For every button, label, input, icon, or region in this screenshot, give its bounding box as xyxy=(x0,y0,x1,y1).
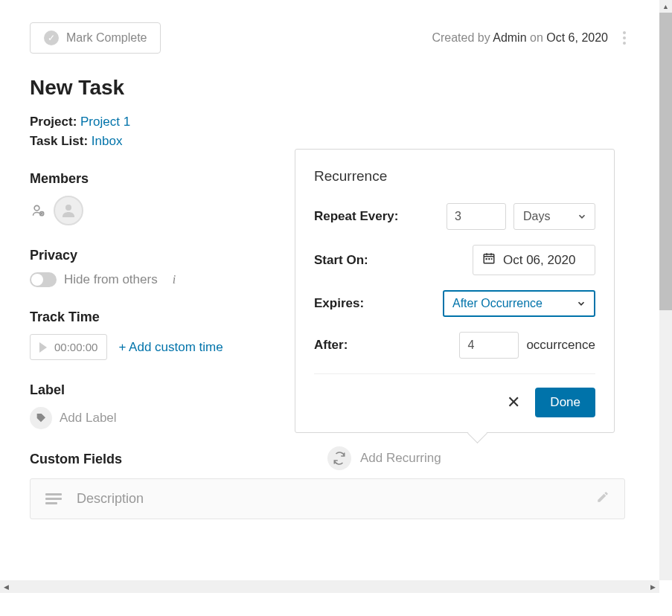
description-field[interactable]: Description xyxy=(30,478,625,519)
scrollbar-thumb[interactable] xyxy=(659,13,672,310)
done-button[interactable]: Done xyxy=(535,388,595,417)
members-heading: Members xyxy=(30,171,305,187)
mark-complete-label: Mark Complete xyxy=(66,31,147,45)
expires-label: Expires: xyxy=(314,296,364,311)
after-input[interactable] xyxy=(459,332,519,359)
close-icon[interactable]: ✕ xyxy=(507,393,520,412)
svg-point-0 xyxy=(34,205,39,211)
tasklist-link[interactable]: Inbox xyxy=(92,134,123,148)
time-tracker[interactable]: 00:00:00 xyxy=(30,334,107,360)
repeat-unit-select[interactable]: Days xyxy=(513,203,595,230)
horizontal-scrollbar[interactable]: ◀ ▶ xyxy=(0,580,659,593)
privacy-toggle[interactable] xyxy=(30,272,57,287)
expires-select[interactable]: After Occurrence xyxy=(443,290,595,317)
add-member-icon[interactable] xyxy=(30,202,48,219)
created-by-user[interactable]: Admin xyxy=(493,31,526,44)
time-value: 00:00:00 xyxy=(54,341,97,353)
member-avatar[interactable] xyxy=(54,196,83,225)
svg-rect-6 xyxy=(491,258,493,260)
pencil-icon[interactable] xyxy=(596,490,609,507)
play-icon xyxy=(39,342,47,353)
custom-fields-heading: Custom Fields xyxy=(30,452,305,467)
start-on-label: Start On: xyxy=(314,253,368,268)
label-heading: Label xyxy=(30,382,305,398)
svg-point-2 xyxy=(65,205,71,211)
privacy-label: Hide from others xyxy=(64,272,158,287)
header-meta: Created by Admin on Oct 6, 2020 xyxy=(432,28,630,48)
recurrence-title: Recurrence xyxy=(314,168,595,185)
task-title: New Task xyxy=(30,76,630,100)
calendar-icon xyxy=(482,251,496,269)
svg-rect-5 xyxy=(488,258,490,260)
expires-value: After Occurrence xyxy=(452,297,543,309)
mark-complete-button[interactable]: ✓ Mark Complete xyxy=(30,22,161,54)
info-icon[interactable]: i xyxy=(173,273,176,286)
start-on-datepicker[interactable]: Oct 06, 2020 xyxy=(473,245,595,275)
description-placeholder: Description xyxy=(77,491,144,507)
chevron-down-icon xyxy=(577,211,587,222)
add-custom-time-link[interactable]: + Add custom time xyxy=(118,340,223,355)
project-link[interactable]: Project 1 xyxy=(80,115,130,129)
created-on-date: Oct 6, 2020 xyxy=(546,31,608,44)
add-label-text[interactable]: Add Label xyxy=(60,411,117,426)
text-lines-icon xyxy=(45,493,62,504)
track-time-heading: Track Time xyxy=(30,309,305,325)
occurrence-text: occurrcence xyxy=(526,338,595,353)
repeat-unit-value: Days xyxy=(523,210,550,222)
svg-rect-4 xyxy=(486,258,487,260)
tasklist-label: Task List: xyxy=(30,134,88,148)
add-recurring-text[interactable]: Add Recurring xyxy=(360,451,441,466)
scroll-left-arrow[interactable]: ◀ xyxy=(0,580,13,593)
check-circle-icon: ✓ xyxy=(44,31,59,45)
more-icon[interactable] xyxy=(619,28,630,48)
scroll-right-arrow[interactable]: ▶ xyxy=(647,580,659,593)
after-label: After: xyxy=(314,338,348,353)
tag-icon[interactable] xyxy=(30,407,52,429)
vertical-scrollbar[interactable]: ▲ xyxy=(659,0,672,580)
chevron-down-icon xyxy=(576,298,586,309)
created-on-prefix: on xyxy=(530,31,543,44)
privacy-heading: Privacy xyxy=(30,248,305,263)
project-label: Project: xyxy=(30,115,77,129)
repeat-every-input[interactable] xyxy=(447,203,506,230)
start-on-value: Oct 06, 2020 xyxy=(503,253,575,268)
recurrence-popup: Recurrence Repeat Every: Days Start On: … xyxy=(295,149,615,433)
recurring-icon[interactable] xyxy=(327,446,351,470)
created-by-prefix: Created by xyxy=(432,31,490,44)
scroll-up-arrow[interactable]: ▲ xyxy=(659,0,672,13)
repeat-every-label: Repeat Every: xyxy=(314,209,398,224)
